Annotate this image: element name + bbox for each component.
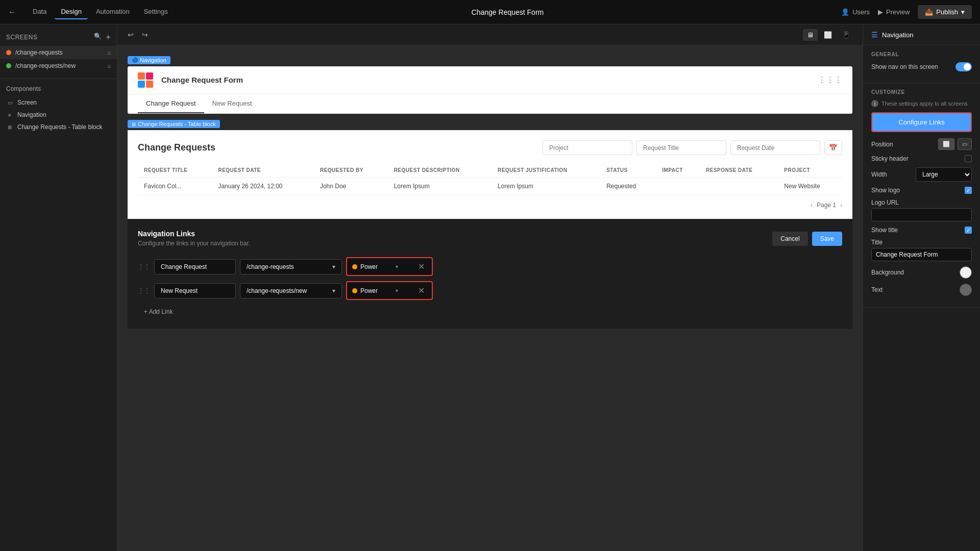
remove-link-1[interactable]: ✕ xyxy=(416,262,427,271)
show-title-checkbox[interactable] xyxy=(965,227,972,234)
configure-links-button[interactable]: Configure Links xyxy=(871,112,972,132)
remove-link-2[interactable]: ✕ xyxy=(416,286,427,295)
redo-button[interactable]: ↪ xyxy=(140,29,150,41)
general-section: GENERAL Show nav on this screen xyxy=(863,45,980,83)
project-filter[interactable] xyxy=(543,140,632,155)
col-request-date: Request Date xyxy=(212,163,314,178)
cell-request-description: Lorem Ipsum xyxy=(388,178,492,195)
width-row: Width Large xyxy=(871,167,972,182)
screen-item-change-requests-new[interactable]: /change-requests/new ⌂ xyxy=(0,59,117,72)
mobile-view-button[interactable]: 📱 xyxy=(838,29,854,41)
table-row[interactable]: Favicon Col... January 26 2024, 12:00 Jo… xyxy=(138,178,842,195)
text-color-picker[interactable] xyxy=(960,284,972,296)
position-row: Position ⬜ ▭ xyxy=(871,138,972,150)
publish-chevron: ▾ xyxy=(961,8,965,16)
text-label: Text xyxy=(871,286,883,293)
search-icon[interactable]: 🔍 xyxy=(94,33,102,42)
screen-dot-orange xyxy=(6,50,11,55)
logo-url-input[interactable] xyxy=(871,208,972,221)
background-row: Background xyxy=(871,266,972,279)
back-button[interactable]: ← xyxy=(8,8,16,17)
col-request-title: Request Title xyxy=(138,163,212,178)
nav-links-panel: Navigation Links Configure the links in … xyxy=(128,219,852,329)
logo-url-label: Logo URL xyxy=(871,199,972,206)
role-select-1[interactable]: Power ▾ ✕ xyxy=(346,257,433,276)
cell-request-title: Favicon Col... xyxy=(138,178,212,195)
title-input[interactable] xyxy=(871,248,972,261)
component-screen[interactable]: ▭ Screen xyxy=(0,96,117,109)
nav-block-tag[interactable]: 🔵 Navigation xyxy=(128,56,170,64)
link-row-2: ⋮⋮ /change-requests/new ▾ Power ▾ ✕ xyxy=(138,281,842,300)
main-canvas: ↩ ↪ 🖥 ⬜ 📱 🔵 Navigation xyxy=(117,24,863,551)
nav-settings[interactable]: Settings xyxy=(138,5,174,19)
screen-icon: ▭ xyxy=(6,99,13,106)
screen-item-change-requests[interactable]: /change-requests ⌂ xyxy=(0,46,117,59)
role-dot-2 xyxy=(352,288,357,293)
component-navigation[interactable]: ≡ Navigation xyxy=(0,109,117,121)
cancel-button[interactable]: Cancel xyxy=(772,232,807,246)
save-button[interactable]: Save xyxy=(812,232,842,246)
drag-handle-2[interactable]: ⋮⋮ xyxy=(138,287,150,294)
sticky-header-row: Sticky header xyxy=(871,155,972,162)
nav-title: Change Request Form xyxy=(161,76,818,84)
tablet-view-button[interactable]: ⬜ xyxy=(820,29,836,41)
url-chevron-1: ▾ xyxy=(332,263,335,270)
width-select[interactable]: Large xyxy=(916,167,972,182)
topbar-nav: Data Design Automation Settings xyxy=(27,5,174,19)
component-table-block[interactable]: ⊞ Change Requests - Table block xyxy=(0,121,117,133)
general-title: GENERAL xyxy=(871,52,972,57)
publish-icon: 📤 xyxy=(925,8,933,16)
users-button[interactable]: 👤 Users xyxy=(841,8,870,16)
nav-sidebar-icon: ☰ xyxy=(871,31,878,39)
home-icon-1: ⌂ xyxy=(107,49,111,56)
pos-horizontal-button[interactable]: ⬜ xyxy=(938,138,954,150)
text-row: Text xyxy=(871,284,972,296)
show-nav-toggle[interactable] xyxy=(955,62,972,71)
nav-tab-change-request[interactable]: Change Request xyxy=(138,94,204,113)
nav-automation[interactable]: Automation xyxy=(90,5,136,19)
pos-vertical-button[interactable]: ▭ xyxy=(958,138,972,150)
background-color-picker[interactable] xyxy=(960,266,972,279)
preview-icon: ▶ xyxy=(878,8,883,16)
logo-sq-orange-2 xyxy=(146,81,153,88)
canvas-content: 🔵 Navigation Change Request For xyxy=(117,45,863,551)
left-sidebar: Screens 🔍 + /change-requests ⌂ /change-r… xyxy=(0,24,117,551)
show-logo-checkbox[interactable] xyxy=(965,187,972,194)
nav-design[interactable]: Design xyxy=(55,5,87,19)
show-logo-label: Show logo xyxy=(871,187,900,194)
link-url-select-2[interactable]: /change-requests/new ▾ xyxy=(240,283,342,298)
nav-links-title: Navigation Links xyxy=(138,230,250,238)
nav-dots-icon[interactable]: ⋮⋮⋮ xyxy=(818,75,842,85)
link-row-1: ⋮⋮ /change-requests ▾ Power ▾ ✕ xyxy=(138,257,842,276)
drag-handle-1[interactable]: ⋮⋮ xyxy=(138,263,150,270)
cell-response-date xyxy=(700,178,778,195)
data-table: Request Title Request Date Requested By … xyxy=(138,163,842,195)
next-page-button[interactable]: › xyxy=(840,202,842,209)
table-block-tag[interactable]: ⊞ Change Requests - Table block xyxy=(128,120,220,128)
show-nav-label: Show nav on this screen xyxy=(871,63,938,70)
link-url-select-1[interactable]: /change-requests ▾ xyxy=(240,259,342,274)
add-link-button[interactable]: + Add Link xyxy=(138,305,179,318)
undo-button[interactable]: ↩ xyxy=(126,29,136,41)
desktop-view-button[interactable]: 🖥 xyxy=(803,29,818,41)
navigation-icon: ≡ xyxy=(6,111,13,118)
link-label-input-2[interactable] xyxy=(154,283,236,298)
preview-button[interactable]: ▶ Preview xyxy=(878,8,910,16)
customize-title: CUSTOMIZE xyxy=(871,89,972,95)
sticky-header-checkbox[interactable] xyxy=(965,155,972,162)
request-date-filter[interactable] xyxy=(730,140,820,155)
col-project: Project xyxy=(778,163,842,178)
col-request-justification: Request Justification xyxy=(492,163,600,178)
nav-tab-new-request[interactable]: New Request xyxy=(204,94,260,113)
nav-logo xyxy=(138,72,153,88)
calendar-button[interactable]: 📅 xyxy=(824,140,842,155)
publish-button[interactable]: 📤 Publish ▾ xyxy=(918,5,972,19)
show-logo-row: Show logo xyxy=(871,187,972,194)
link-label-input-1[interactable] xyxy=(154,259,236,274)
add-screen-icon[interactable]: + xyxy=(106,33,111,42)
prev-page-button[interactable]: ‹ xyxy=(811,202,813,209)
role-select-2[interactable]: Power ▾ ✕ xyxy=(346,281,433,300)
request-title-filter[interactable] xyxy=(636,140,726,155)
customize-info-text: These settings apply to all screens xyxy=(881,101,968,107)
nav-data[interactable]: Data xyxy=(27,5,53,19)
